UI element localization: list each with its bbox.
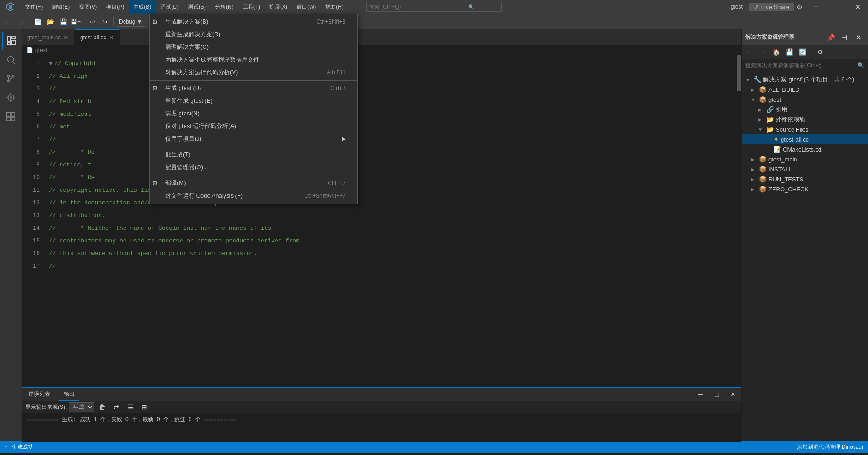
panel-expand-icon[interactable]: □ <box>711 389 723 400</box>
panel-close-icon[interactable]: ✕ <box>727 389 739 400</box>
dd-item-left: ⚙ 生成解决方案(B) <box>161 18 208 26</box>
debug-icon[interactable] <box>2 89 20 107</box>
svg-point-8 <box>7 80 10 82</box>
tab-close-icon[interactable]: ✕ <box>63 34 69 41</box>
dd-config-manager[interactable]: 配置管理器(O)... <box>150 161 357 174</box>
menu-help[interactable]: 帮助(H) <box>320 0 348 14</box>
se-settings-button[interactable]: ⚙ <box>814 46 826 58</box>
line-num-15: 15 <box>22 235 40 247</box>
dd-rebuild-solution[interactable]: 重新生成解决方案(R) <box>150 28 357 41</box>
se-refresh-button[interactable]: 🔄 <box>796 46 808 58</box>
tree-source-files[interactable]: ▼ 📂 Source Files <box>742 124 868 134</box>
tree-gtest-all-cc[interactable]: ✦ gtest-all.cc <box>742 134 868 144</box>
se-pin-button[interactable]: 📌 <box>825 32 836 43</box>
tab-gtest-all[interactable]: gtest-all.cc ✕ <box>75 29 120 45</box>
se-close-button[interactable]: ✕ <box>853 32 864 43</box>
maximize-button[interactable]: □ <box>826 0 847 14</box>
status-right: 添加到源代码管理 Dinosaur <box>797 443 863 451</box>
tree-gtest-main[interactable]: ▶ 📦 gtest_main <box>742 154 868 164</box>
dd-analysis-gtest[interactable]: 仅对 gtest 运行代码分析(A) <box>150 120 357 133</box>
menu-analyze[interactable]: 分析(N) <box>210 0 238 14</box>
dd-clean-solution[interactable]: 清理解决方案(C) <box>150 41 357 53</box>
dd-compile[interactable]: ⚙ 编译(M) Ctrl+F7 <box>150 177 357 190</box>
tab-gtest-main[interactable]: gtest_main.cc ✕ <box>22 29 75 45</box>
dd-generate-db[interactable]: 为解决方案生成完整程序数据库文件 <box>150 53 357 66</box>
save-all-button[interactable]: 💾+ <box>70 16 81 28</box>
config-dropdown[interactable]: Debug ▼ <box>116 17 145 27</box>
line-num-2: 2 <box>22 70 40 83</box>
clear-output-button[interactable]: 🗑 <box>96 401 108 413</box>
code-editor[interactable]: 1 2 3 4 5 6 7 8 9 10 11 12 13 14 15 16 1… <box>22 55 741 387</box>
undo-button[interactable]: ↩ <box>86 16 98 28</box>
se-pin-right-button[interactable]: ⊣ <box>839 32 850 43</box>
menu-project[interactable]: 项目(P) <box>101 0 129 14</box>
dd-item-left: 重新生成 gtest (E) <box>161 97 213 105</box>
line-num-13: 13 <box>22 209 40 222</box>
tree-run-tests[interactable]: ▶ 📦 RUN_TESTS <box>742 174 868 184</box>
search-icon[interactable] <box>2 51 20 69</box>
app-logo <box>0 2 20 11</box>
menu-edit[interactable]: 编辑(E) <box>47 0 74 14</box>
dd-item-left: 对解决方案运行代码分析(V) <box>161 68 238 76</box>
dd-build-solution-label: 生成解决方案(B) <box>165 18 208 26</box>
code-line-13: // distribution. <box>49 209 737 222</box>
source-selector[interactable]: 生成 <box>69 402 94 412</box>
tree-cmakelists[interactable]: 📝 CMakeLists.txt <box>742 144 868 154</box>
se-forward-button[interactable]: → <box>757 46 769 58</box>
git-icon[interactable] <box>2 70 20 88</box>
editor-scrollbar[interactable] <box>737 55 741 387</box>
dd-project-only[interactable]: 仅用于项目(J) ▶ <box>150 133 357 145</box>
new-file-button[interactable]: 📄 <box>32 16 43 28</box>
menu-tools[interactable]: 工具(T) <box>238 0 265 14</box>
back-button[interactable]: ← <box>2 16 14 28</box>
forward-button[interactable]: → <box>15 16 27 28</box>
dd-build-solution[interactable]: ⚙ 生成解决方案(B) Ctrl+Shift+B <box>150 15 357 28</box>
tree-gtest[interactable]: ▼ 📦 gtest <box>742 95 868 104</box>
dd-rebuild-gtest[interactable]: 重新生成 gtest (E) <box>150 95 357 107</box>
tree-all-build[interactable]: ▶ 📦 ALL_BUILD <box>742 85 868 95</box>
explorer-icon[interactable] <box>2 32 20 50</box>
tab-close-icon[interactable]: ✕ <box>109 34 114 41</box>
se-save-button[interactable]: 💾 <box>783 46 795 58</box>
close-button[interactable]: ✕ <box>847 0 868 14</box>
extensions-icon[interactable] <box>2 108 20 126</box>
dd-item-left: 为解决方案生成完整程序数据库文件 <box>161 56 259 64</box>
output-settings-button[interactable]: ⊞ <box>138 401 150 413</box>
output-filter-button[interactable]: ☰ <box>124 401 136 413</box>
menu-extensions[interactable]: 扩展(X) <box>265 0 292 14</box>
minimize-button[interactable]: ─ <box>806 0 826 14</box>
tree-install[interactable]: ▶ 📦 INSTALL <box>742 164 868 174</box>
word-wrap-button[interactable]: ⇄ <box>110 401 122 413</box>
redo-button[interactable]: ↪ <box>99 16 111 28</box>
menu-test[interactable]: 测试(S) <box>183 0 210 14</box>
tree-external-deps[interactable]: ▶ 📂 外部依赖项 <box>742 114 868 124</box>
live-share-button[interactable]: ↗ Live Share <box>749 3 794 11</box>
search-input[interactable] <box>367 4 466 10</box>
panel-minimize-icon[interactable]: ─ <box>695 389 706 400</box>
menu-build[interactable]: 生成(B) <box>129 0 156 14</box>
se-home-button[interactable]: 🏠 <box>770 46 782 58</box>
open-button[interactable]: 📂 <box>44 16 56 28</box>
menu-window[interactable]: 窗口(W) <box>292 0 320 14</box>
save-button[interactable]: 💾 <box>57 16 69 28</box>
tab-error-list[interactable]: 错误列表 <box>24 388 55 401</box>
menu-file[interactable]: 文件(F) <box>20 0 47 14</box>
menu-view[interactable]: 视图(V) <box>74 0 101 14</box>
tab-output[interactable]: 输出 <box>59 388 79 401</box>
tree-references[interactable]: ▶ 🔗 引用 <box>742 104 868 114</box>
dd-batch-build[interactable]: 批生成(T)... <box>150 148 357 161</box>
se-search-input[interactable] <box>745 62 855 69</box>
dd-clean-gtest[interactable]: 清理 gtest(N) <box>150 107 357 120</box>
build-icon: ↑ <box>5 444 7 450</box>
scrollbar-thumb[interactable] <box>737 55 741 91</box>
build-menu-dropdown: ⚙ 生成解决方案(B) Ctrl+Shift+B 重新生成解决方案(R) 清理解… <box>149 14 358 204</box>
settings-icon[interactable]: ⚙ <box>794 1 806 13</box>
svg-rect-2 <box>12 40 15 45</box>
se-back-button[interactable]: ← <box>744 46 756 58</box>
dd-run-analysis[interactable]: 对解决方案运行代码分析(V) Alt+F11 <box>150 66 357 79</box>
tree-solution[interactable]: ▼ 🔧 解决方案"gtest"(6 个项目，共 6 个) <box>742 75 868 85</box>
menu-debug[interactable]: 调试(D) <box>156 0 183 14</box>
tree-zero-check[interactable]: ▶ 📦 ZERO_CHECK <box>742 184 868 194</box>
dd-build-gtest[interactable]: ⚙ 生成 gtest (U) Ctrl+B <box>150 82 357 95</box>
dd-file-analysis[interactable]: 对文件运行 Code Analysis (F) Ctrl+Shift+Alt+F… <box>150 190 357 202</box>
